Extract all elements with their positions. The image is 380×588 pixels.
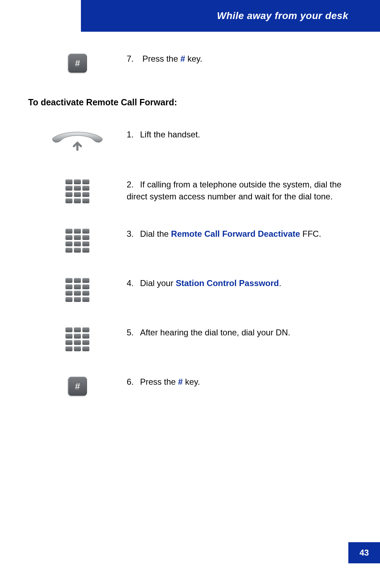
step-segment: Press the	[140, 377, 178, 386]
step-icon-cell	[28, 277, 127, 302]
section-header: While away from your desk	[81, 0, 380, 32]
lift-handset-icon	[49, 129, 106, 154]
step-segment: Dial the	[140, 229, 171, 239]
step-text: 3.Dial the Remote Call Forward Deactivat…	[127, 228, 352, 240]
step-number: 3.	[127, 228, 140, 240]
step-segment: Lift the handset.	[140, 130, 200, 139]
step-icon-cell	[28, 327, 127, 351]
step-row: 1.Lift the handset.	[28, 129, 352, 154]
step-number: 2.	[127, 179, 140, 191]
step-text: 6.Press the # key.	[127, 376, 352, 388]
hash-key-icon	[68, 377, 87, 396]
keypad-icon	[65, 327, 89, 351]
keypad-icon	[65, 229, 89, 253]
section-header-title: While away from your desk	[217, 10, 349, 21]
step-icon-cell	[28, 376, 127, 396]
keypad-icon	[65, 278, 89, 302]
step-segment-highlight: #	[178, 377, 183, 386]
step-segment-highlight: Station Control Password	[176, 278, 279, 288]
keypad-icon	[65, 179, 89, 203]
step-icon-cell	[28, 179, 127, 203]
step-segment: key.	[183, 377, 200, 386]
step-segment: If calling from a telephone outside the …	[127, 180, 341, 201]
step-number: 6.	[127, 376, 140, 388]
page-number-block: 43	[348, 542, 380, 563]
step-segment: .	[279, 278, 281, 288]
step-segment: Dial your	[140, 278, 176, 288]
step-number: 7.	[127, 53, 140, 65]
step-row: 3.Dial the Remote Call Forward Deactivat…	[28, 228, 352, 253]
step-text: 2.If calling from a telephone outside th…	[127, 179, 352, 202]
page-number: 43	[360, 548, 369, 558]
step-text: 7. Press the # key.	[127, 53, 352, 65]
step-segment-highlight: #	[180, 54, 185, 63]
hash-key-icon	[68, 54, 87, 73]
step-text: 5.After hearing the dial tone, dial your…	[127, 327, 352, 339]
step-segment: Press the	[142, 54, 180, 63]
step-number: 1.	[127, 129, 140, 141]
step-number: 5.	[127, 327, 140, 339]
step-segment: key.	[185, 54, 202, 63]
step-row: 2.If calling from a telephone outside th…	[28, 179, 352, 203]
page-content: 7. Press the # key. To deactivate Remote…	[28, 53, 352, 420]
section-heading: To deactivate Remote Call Forward:	[28, 97, 352, 107]
step-icon-cell	[28, 228, 127, 253]
step-segment: FFC.	[300, 229, 321, 239]
step-row: 4.Dial your Station Control Password.	[28, 277, 352, 302]
step-segment-highlight: Remote Call Forward Deactivate	[171, 229, 300, 239]
step-text: 4.Dial your Station Control Password.	[127, 277, 352, 289]
step-number: 4.	[127, 277, 140, 289]
step-icon-cell	[28, 53, 127, 73]
step-row: 7. Press the # key.	[28, 53, 352, 73]
step-row: 5.After hearing the dial tone, dial your…	[28, 327, 352, 351]
step-row: 6.Press the # key.	[28, 376, 352, 396]
step-segment: After hearing the dial tone, dial your D…	[140, 328, 290, 337]
step-icon-cell	[28, 129, 127, 154]
step-text: 1.Lift the handset.	[127, 129, 352, 141]
